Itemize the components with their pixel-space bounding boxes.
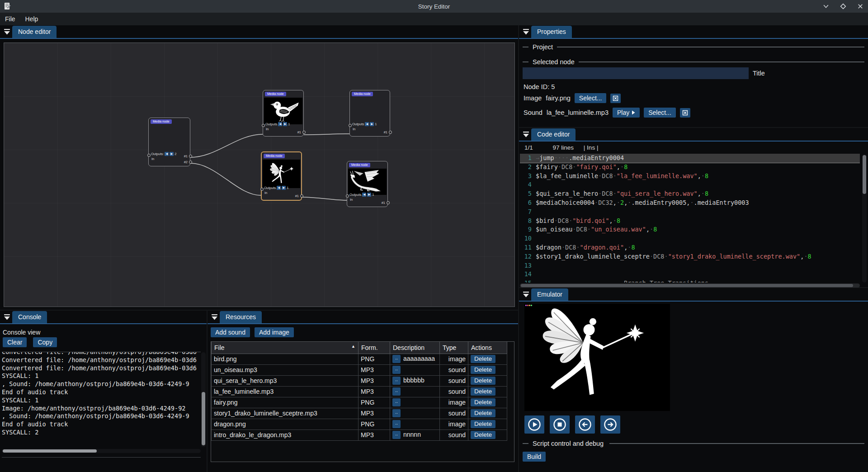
step-back-button[interactable] <box>575 415 595 434</box>
collapse-panel-icon[interactable] <box>4 314 10 321</box>
tab-emulator[interactable]: Emulator <box>531 288 568 301</box>
delete-button[interactable]: Delete <box>471 431 495 439</box>
decrease-outputs-button[interactable]: ◀ <box>278 122 282 126</box>
decrease-outputs-button[interactable]: ◀ <box>365 122 369 126</box>
delete-button[interactable]: Delete <box>471 420 495 428</box>
edit-description-button[interactable]: .. <box>392 409 401 417</box>
graph-node-fairy[interactable]: Media node Outputs ◀ ▶ 1 In #1 <box>261 151 302 201</box>
input-pin[interactable] <box>260 188 264 191</box>
table-row[interactable]: la_fee_luminelle.mp3MP3..soundDelete <box>212 386 507 397</box>
table-row[interactable]: un_oiseau.mp3MP3..soundDelete <box>212 364 507 375</box>
node-output-row: #2 <box>184 160 189 164</box>
stop-button[interactable] <box>550 415 570 434</box>
table-row[interactable]: dragon.pngPNG..imageDelete <box>212 419 507 430</box>
column-form[interactable]: Form. <box>359 342 390 354</box>
cell-type: sound <box>440 375 468 386</box>
column-type[interactable]: Type <box>440 342 468 354</box>
edit-description-button[interactable]: .. <box>392 355 401 363</box>
code-horizontal-scrollbar[interactable] <box>520 283 860 288</box>
console-log[interactable]: Convertered file: /home/anthony/ostproj/… <box>2 352 201 448</box>
node-outputs-row: Outputs ◀ ▶ 1 <box>265 122 290 126</box>
delete-button[interactable]: Delete <box>471 366 495 374</box>
play-button[interactable] <box>524 415 544 434</box>
increase-outputs-button[interactable]: ▶ <box>283 122 287 126</box>
menu-file[interactable]: File <box>0 14 20 24</box>
clear-image-button[interactable] <box>610 94 621 103</box>
step-forward-button[interactable] <box>600 415 620 434</box>
edit-description-button[interactable]: .. <box>392 366 401 374</box>
table-row[interactable]: intro_drako_le_dragon.mp3MP3..nnnnnsound… <box>212 430 507 440</box>
tab-code-editor[interactable]: Code editor <box>531 128 576 141</box>
output-pin[interactable] <box>389 131 392 134</box>
delete-button[interactable]: Delete <box>471 355 495 363</box>
edit-description-button[interactable]: .. <box>392 377 401 385</box>
select-image-button[interactable]: Select... <box>575 93 607 103</box>
delete-button[interactable]: Delete <box>471 387 495 396</box>
column-actions[interactable]: Actions <box>468 342 507 354</box>
output-pin[interactable] <box>302 131 306 134</box>
collapse-panel-icon[interactable] <box>4 28 10 35</box>
delete-button[interactable]: Delete <box>471 409 495 417</box>
add-image-button[interactable]: Add image <box>255 327 294 337</box>
menu-help[interactable]: Help <box>20 14 43 24</box>
decrease-outputs-button[interactable]: ◀ <box>362 193 366 197</box>
output-pin[interactable] <box>387 201 390 204</box>
code-vertical-scrollbar[interactable] <box>862 154 867 283</box>
increase-outputs-button[interactable]: ▶ <box>367 193 371 197</box>
select-sound-button[interactable]: Select... <box>644 108 676 118</box>
maximize-button[interactable] <box>840 3 846 9</box>
line-number: 2 <box>520 163 532 172</box>
code-area[interactable]: 1→jump····.mediaEntry00042$fairy·DC8·"fa… <box>520 154 860 283</box>
table-row[interactable]: qui_sera_le_hero.mp3MP3..bbbbbbsoundDele… <box>212 375 507 386</box>
graph-node-bird[interactable]: Media node Outputs ◀ ▶ 1 In #1 <box>263 90 304 137</box>
copy-button[interactable]: Copy <box>33 337 57 347</box>
tab-node-editor[interactable]: Node editor <box>12 26 57 38</box>
console-horizontal-scrollbar[interactable] <box>2 449 201 453</box>
node-graph-canvas[interactable]: Media node Outputs: ◀ ▶ 2 In #1 #2 Media… <box>4 42 515 307</box>
table-row[interactable]: story1_drako_luminelle_sceptre.mp3MP3..s… <box>212 408 507 419</box>
output-pin[interactable] <box>300 194 303 198</box>
minimize-button[interactable] <box>823 3 829 9</box>
collapse-panel-icon[interactable] <box>523 291 529 298</box>
collapse-panel-icon[interactable] <box>211 314 218 321</box>
edit-description-button[interactable]: .. <box>392 398 401 406</box>
graph-node[interactable]: Media node Outputs: ◀ ▶ 2 In #1 #2 <box>148 118 190 166</box>
increase-outputs-button[interactable]: ▶ <box>282 186 286 190</box>
node-type-badge: Media node <box>265 92 286 96</box>
clear-button[interactable]: Clear <box>3 337 27 347</box>
graph-node[interactable]: Media node Outputs ◀ ▶ 1 In #1 <box>349 90 390 137</box>
increase-outputs-button[interactable]: ▶ <box>170 152 174 156</box>
delete-button[interactable]: Delete <box>471 398 495 406</box>
tab-properties[interactable]: Properties <box>531 26 572 38</box>
edit-description-button[interactable]: .. <box>392 387 401 396</box>
table-row[interactable]: bird.pngPNG..aaaaaaaaaimageDelete <box>212 354 507 364</box>
input-pin[interactable] <box>346 194 349 198</box>
title-input[interactable] <box>523 67 749 79</box>
output-pin[interactable] <box>189 160 192 164</box>
clear-sound-button[interactable] <box>680 108 690 118</box>
edit-description-button[interactable]: .. <box>392 420 401 428</box>
add-sound-button[interactable]: Add sound <box>211 327 250 337</box>
play-sound-button[interactable]: Play <box>613 108 640 118</box>
column-file[interactable]: File▲ <box>212 342 359 354</box>
decrease-outputs-button[interactable]: ◀ <box>277 186 281 190</box>
tab-console[interactable]: Console <box>12 311 47 323</box>
build-button[interactable]: Build <box>523 452 546 462</box>
close-button[interactable] <box>857 3 863 9</box>
input-pin[interactable] <box>147 154 151 157</box>
graph-node-dragon[interactable]: Media node Outputs ◀ ▶ 1 In #1 <box>347 161 388 207</box>
collapse-panel-icon[interactable] <box>523 131 529 138</box>
console-vertical-scrollbar[interactable] <box>201 352 206 447</box>
tab-resources[interactable]: Resources <box>220 311 262 323</box>
edit-description-button[interactable]: .. <box>392 431 401 439</box>
collapse-panel-icon[interactable] <box>523 28 529 35</box>
column-description[interactable]: Description <box>390 342 440 354</box>
input-pin[interactable] <box>349 124 352 127</box>
output-pin[interactable] <box>189 155 192 158</box>
delete-button[interactable]: Delete <box>471 377 495 385</box>
input-pin[interactable] <box>262 124 265 127</box>
console-log-line: SYSCALL: 2 <box>2 429 201 437</box>
table-row[interactable]: fairy.pngPNG..imageDelete <box>212 397 507 408</box>
increase-outputs-button[interactable]: ▶ <box>370 122 374 126</box>
decrease-outputs-button[interactable]: ◀ <box>165 152 169 156</box>
